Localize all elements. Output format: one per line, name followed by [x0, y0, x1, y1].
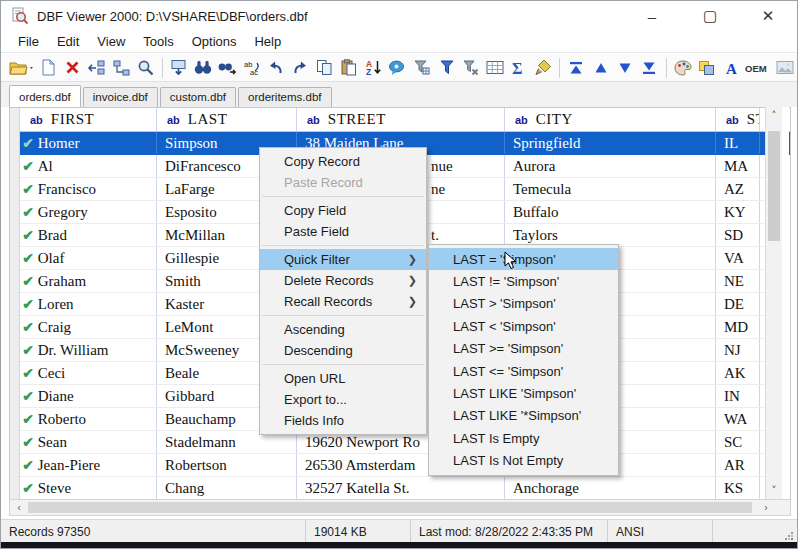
submenu-item-last-like-simpson-[interactable]: LAST LIKE '*Simpson': [429, 405, 618, 427]
tab-orderitems-dbf[interactable]: orderitems.dbf: [238, 87, 332, 107]
horizontal-scrollbar[interactable]: ‹ ›: [9, 499, 791, 516]
grid-view-icon[interactable]: [482, 56, 506, 80]
format-brush-icon[interactable]: [531, 56, 555, 80]
menubar-item-view[interactable]: View: [88, 32, 134, 51]
new-file-icon[interactable]: [36, 56, 60, 80]
sort-icon[interactable]: AZ: [361, 56, 385, 80]
first-name: Francisco: [38, 181, 96, 198]
save-record-icon[interactable]: [167, 56, 191, 80]
column-header-st[interactable]: abST: [716, 108, 760, 131]
delete-record-icon[interactable]: [60, 56, 84, 80]
svg-text:OEM: OEM: [745, 63, 767, 74]
first-name: Graham: [38, 273, 86, 290]
tab-orders-dbf[interactable]: orders.dbf: [9, 85, 81, 107]
context-menu-item-open-url[interactable]: Open URL: [260, 368, 426, 389]
horizontal-scroll-thumb[interactable]: [28, 502, 752, 513]
minimize-button[interactable]: –: [623, 1, 681, 31]
vertical-scrollbar[interactable]: ˄ ˅: [765, 107, 782, 499]
oem-charset-icon[interactable]: OEM: [743, 56, 772, 80]
context-menu-item-copy-field[interactable]: Copy Field: [260, 200, 426, 221]
record-check-icon: ✔: [22, 273, 34, 289]
last-record-icon[interactable]: [637, 56, 661, 80]
submenu-item-last-is-empty[interactable]: LAST Is Empty: [429, 427, 618, 449]
filter-clear-icon[interactable]: [458, 56, 482, 80]
table-row[interactable]: ✔Jean-PiereRobertson26530 AmsterdamAR: [20, 454, 790, 477]
structure-icon[interactable]: [109, 56, 133, 80]
toolbar: abacAZΣAOEM: [1, 54, 797, 82]
comment-icon[interactable]: [385, 56, 409, 80]
font-icon[interactable]: A: [719, 56, 743, 80]
open-file-icon[interactable]: [7, 56, 36, 80]
maximize-button[interactable]: ▢: [681, 1, 739, 31]
paste-icon[interactable]: [337, 56, 361, 80]
export-image-icon[interactable]: [773, 56, 797, 80]
scroll-up-icon[interactable]: ˄: [766, 110, 782, 121]
append-record-icon[interactable]: [85, 56, 109, 80]
filter-icon[interactable]: [434, 56, 458, 80]
close-button[interactable]: ✕: [739, 1, 797, 31]
menubar-item-options[interactable]: Options: [183, 32, 246, 51]
menubar-item-help[interactable]: Help: [245, 32, 290, 51]
next-record-icon[interactable]: [613, 56, 637, 80]
color-palette-icon[interactable]: [670, 56, 694, 80]
column-header-first[interactable]: abFIRST: [20, 108, 157, 131]
menubar-item-file[interactable]: File: [9, 32, 48, 51]
undo-icon[interactable]: [264, 56, 288, 80]
copy-icon[interactable]: [312, 56, 336, 80]
cell-state: IL: [716, 132, 760, 154]
resize-grip[interactable]: [784, 531, 794, 541]
prev-record-icon[interactable]: [589, 56, 613, 80]
submenu-item-last-simpson-[interactable]: LAST > 'Simpson': [429, 293, 618, 315]
submenu-item-last-like-simpson-[interactable]: LAST LIKE 'Simpson': [429, 382, 618, 404]
cell-city: Temecula: [505, 178, 716, 200]
table-row[interactable]: ✔SteveChang32527 Katella St.AnchorageKS: [20, 477, 790, 500]
menu-bar: FileEditViewToolsOptionsHelp: [1, 31, 797, 53]
scroll-down-icon[interactable]: ˅: [766, 485, 782, 496]
cell-last: Robertson: [157, 454, 297, 476]
context-menu-item-fields-info[interactable]: Fields Info: [260, 410, 426, 431]
cell-first: ✔Craig: [20, 316, 157, 338]
find-icon[interactable]: [191, 56, 215, 80]
record-check-icon: ✔: [22, 388, 34, 404]
scroll-right-icon[interactable]: ›: [760, 502, 772, 513]
context-menu-item-descending[interactable]: Descending: [260, 340, 426, 361]
context-menu-item-delete-records[interactable]: Delete Records❯: [260, 270, 426, 291]
column-header-city[interactable]: abCITY: [505, 108, 716, 131]
submenu-item-last-simpson-[interactable]: LAST <= 'Simpson': [429, 360, 618, 382]
tab-invoice-dbf[interactable]: invoice.dbf: [83, 87, 158, 107]
submenu-item-last-simpson-[interactable]: LAST < 'Simpson': [429, 315, 618, 337]
theme-colors-icon[interactable]: [695, 56, 719, 80]
tab-custom-dbf[interactable]: custom.dbf: [160, 87, 236, 107]
column-label: CITY: [536, 111, 573, 128]
first-name: Jean-Piere: [38, 457, 100, 474]
context-menu-item-copy-record[interactable]: Copy Record: [260, 151, 426, 172]
status-last-modified: Last mod: 8/28/2022 2:43:35 PM: [411, 520, 608, 544]
context-menu-item-quick-filter[interactable]: Quick Filter❯: [260, 249, 426, 270]
zoom-icon[interactable]: [133, 56, 157, 80]
cell-city: Buffalo: [505, 201, 716, 223]
redo-icon[interactable]: [288, 56, 312, 80]
submenu-item-last-is-not-empty[interactable]: LAST Is Not Empty: [429, 450, 618, 472]
menubar-item-tools[interactable]: Tools: [134, 32, 182, 51]
context-menu-item-ascending[interactable]: Ascending: [260, 319, 426, 340]
field-type-badge: ab: [726, 114, 739, 126]
record-check-icon: ✔: [22, 365, 34, 381]
sum-icon[interactable]: Σ: [507, 56, 531, 80]
cell-last: Chang: [157, 477, 297, 499]
first-record-icon[interactable]: [564, 56, 588, 80]
submenu-item-last-simpson-[interactable]: LAST >= 'Simpson': [429, 338, 618, 360]
submenu-item-last-simpson-[interactable]: LAST != 'Simpson': [429, 270, 618, 292]
column-header-last[interactable]: abLAST: [157, 108, 297, 131]
context-menu-item-recall-records[interactable]: Recall Records❯: [260, 291, 426, 312]
submenu-item-last-simpson-[interactable]: LAST = 'Simpson': [429, 248, 618, 270]
context-menu-item-paste-record[interactable]: Paste Record: [260, 172, 426, 193]
context-menu-item-export-to-[interactable]: Export to...: [260, 389, 426, 410]
column-header-street[interactable]: abSTREET: [297, 108, 505, 131]
filter-builder-icon[interactable]: [410, 56, 434, 80]
scroll-left-icon[interactable]: ‹: [13, 502, 25, 513]
vertical-scroll-thumb[interactable]: [768, 131, 780, 241]
menubar-item-edit[interactable]: Edit: [48, 32, 88, 51]
find-next-icon[interactable]: [215, 56, 239, 80]
context-menu-item-paste-field[interactable]: Paste Field: [260, 221, 426, 242]
replace-icon[interactable]: abac: [240, 56, 264, 80]
